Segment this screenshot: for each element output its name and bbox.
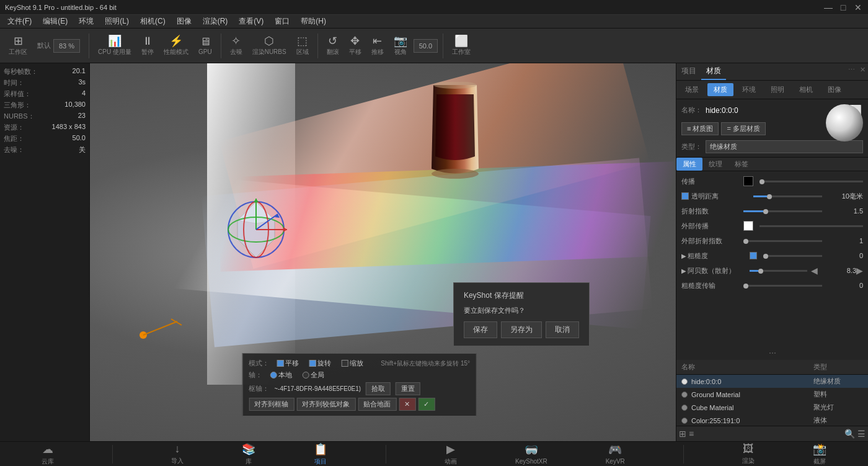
roughness-trans-slider[interactable] xyxy=(743,285,822,287)
save-cancel-button[interactable]: 取消 xyxy=(546,321,579,338)
abbe-decrement[interactable]: ◀ xyxy=(811,266,818,276)
abbe-expand[interactable]: ▶ xyxy=(681,267,686,274)
menu-camera[interactable]: 相机(C) xyxy=(135,15,170,28)
tool-studio[interactable]: ⬜ 工作室 xyxy=(448,35,474,56)
abbe-slider[interactable] xyxy=(750,270,807,272)
ext-refraction-slider[interactable] xyxy=(743,240,822,242)
align-low-button[interactable]: 对齐到较低对象 xyxy=(296,398,355,411)
roughness-trans-thumb[interactable] xyxy=(743,284,748,289)
bottom-import[interactable]: ↓ 导入 xyxy=(171,442,184,465)
transmission-thumb[interactable] xyxy=(760,179,764,184)
tool-pan[interactable]: ✥ 平移 xyxy=(345,35,365,56)
tool-region[interactable]: ⬚ 区域 xyxy=(293,35,312,56)
panel-close-icon[interactable]: ✕ xyxy=(857,63,868,80)
refraction-slider[interactable] xyxy=(743,210,822,212)
menu-lighting[interactable]: 照明(L) xyxy=(100,15,134,28)
ext-transmission-color[interactable] xyxy=(743,221,753,231)
mat-panel-icon-2[interactable]: ≡ xyxy=(689,429,694,439)
grab-button[interactable]: 拾取 xyxy=(366,382,391,395)
prop-tab-attributes[interactable]: 属性 xyxy=(676,158,702,171)
bottom-animation[interactable]: ▶ 动画 xyxy=(445,442,457,466)
mat-tab-image[interactable]: 图像 xyxy=(822,83,848,96)
roughness-slider[interactable] xyxy=(763,255,822,257)
maximize-button[interactable]: □ xyxy=(838,2,848,12)
reset-button[interactable]: 重置 xyxy=(396,382,420,395)
mat-tab-lighting[interactable]: 照明 xyxy=(764,83,790,96)
menu-render[interactable]: 渲染(R) xyxy=(198,15,233,28)
bottom-keyxr[interactable]: 🥽 KeyShotXR xyxy=(515,443,547,465)
bottom-project[interactable]: 📋 项目 xyxy=(314,442,327,466)
mat-tab-material[interactable]: 材质 xyxy=(707,83,733,96)
mat-tab-scene[interactable]: 场景 xyxy=(679,83,705,96)
minimize-button[interactable]: — xyxy=(823,2,833,12)
abbe-increment[interactable]: ▶ xyxy=(856,266,863,276)
mat-item-hide[interactable]: hide:0:0:0 绝缘材质 xyxy=(676,375,868,388)
menu-file[interactable]: 文件(F) xyxy=(2,15,37,28)
rotate-checkbox[interactable]: 旋转 xyxy=(309,359,331,368)
mat-item-ground[interactable]: Ground Material 塑料 xyxy=(676,388,868,401)
save-as-button[interactable]: 另存为 xyxy=(501,321,542,338)
menu-help[interactable]: 帮助(H) xyxy=(296,15,331,28)
tab-project[interactable]: 项目 xyxy=(676,63,701,80)
transparency-thumb[interactable] xyxy=(767,194,772,199)
zoom-value[interactable]: 83 % xyxy=(53,39,80,53)
material-graph-button[interactable]: ≡ 材质图 xyxy=(681,122,719,135)
roughness-checkbox[interactable] xyxy=(750,252,757,259)
type-dropdown[interactable]: 绝缘材质 xyxy=(706,140,863,153)
viewport[interactable]: 模式： 平移 旋转 缩放 Shift+鼠标左键拖动来多旋转 15° xyxy=(90,63,676,441)
tool-denoise[interactable]: ✧ 去噪 xyxy=(226,35,246,56)
tool-perf[interactable]: ⚡ 性能模式 xyxy=(160,35,192,56)
translate-checkbox[interactable]: 平移 xyxy=(277,359,299,368)
menu-window[interactable]: 窗口 xyxy=(270,15,294,28)
panel-options-icon[interactable]: ⋯ xyxy=(846,63,857,80)
tool-tumble[interactable]: ↺ 翻滚 xyxy=(323,35,343,56)
bottom-cloud[interactable]: ☁ 云库 xyxy=(42,442,54,466)
dialog-cancel-button[interactable]: ✕ xyxy=(399,398,415,411)
menu-image[interactable]: 图像 xyxy=(172,15,197,28)
mat-tab-env[interactable]: 环境 xyxy=(736,83,762,96)
mat-search-icon[interactable]: 🔍 xyxy=(844,429,855,439)
tool-nurbs[interactable]: ⬡ 渲染NURBS xyxy=(249,35,290,56)
ext-refraction-thumb[interactable] xyxy=(743,239,748,244)
multilayer-button[interactable]: = 多层材质 xyxy=(721,122,765,135)
transparency-checkbox[interactable] xyxy=(681,192,689,200)
refraction-thumb[interactable] xyxy=(763,209,768,214)
mat-filter-icon[interactable]: ☰ xyxy=(857,429,866,439)
tool-gpu[interactable]: 🖥 GPU xyxy=(195,36,216,55)
bottom-screenshot[interactable]: 📸 截屏 xyxy=(813,442,826,466)
tool-fov[interactable]: 📷 视角 xyxy=(390,35,411,56)
bottom-keyvr[interactable]: 🎮 KeyVR xyxy=(606,443,625,465)
roughness-thumb[interactable] xyxy=(763,254,768,259)
menu-environment[interactable]: 环境 xyxy=(74,15,99,28)
ext-transmission-slider[interactable] xyxy=(760,225,863,227)
tool-pause[interactable]: ⏸ 暂停 xyxy=(138,35,157,56)
transmission-color[interactable] xyxy=(743,176,753,186)
mat-panel-icon-1[interactable]: ⊞ xyxy=(679,429,686,439)
local-radio[interactable]: 本地 xyxy=(270,370,292,380)
close-button[interactable]: ✕ xyxy=(853,2,863,12)
align-frame-button[interactable]: 对齐到框轴 xyxy=(249,398,294,411)
global-radio[interactable]: 全局 xyxy=(302,370,324,380)
mat-tab-camera[interactable]: 相机 xyxy=(793,83,819,96)
dialog-ok-button[interactable]: ✓ xyxy=(418,398,435,411)
menu-edit[interactable]: 编辑(E) xyxy=(38,15,73,28)
menu-view[interactable]: 查看(V) xyxy=(234,15,268,28)
scale-checkbox[interactable]: 缩放 xyxy=(341,359,363,368)
bottom-library[interactable]: 📚 库 xyxy=(242,442,255,466)
snap-ground-button[interactable]: 贴合地面 xyxy=(358,398,396,411)
tool-workspace[interactable]: ⊞ 工作区 xyxy=(5,35,31,56)
tool-push[interactable]: ⇤ 推移 xyxy=(368,35,388,56)
tool-cpu[interactable]: 📊 CPU 使用量 xyxy=(94,35,135,56)
mat-item-cube[interactable]: Cube Material 聚光灯 xyxy=(676,401,868,414)
abbe-thumb[interactable] xyxy=(758,269,763,274)
transparency-slider[interactable] xyxy=(753,195,822,197)
prop-tab-label[interactable]: 标签 xyxy=(728,158,755,171)
bottom-render[interactable]: 🖼 渲染 xyxy=(742,442,755,465)
prop-tab-texture[interactable]: 纹理 xyxy=(702,158,728,171)
roughness-expand[interactable]: ▶ xyxy=(681,253,686,259)
tab-material[interactable]: 材质 xyxy=(701,63,726,80)
mat-item-color[interactable]: Color:255:191:0 液体 xyxy=(676,414,868,426)
fov-value[interactable]: 50.0 xyxy=(414,39,438,53)
transmission-slider[interactable] xyxy=(760,181,863,182)
save-button[interactable]: 保存 xyxy=(464,321,497,338)
